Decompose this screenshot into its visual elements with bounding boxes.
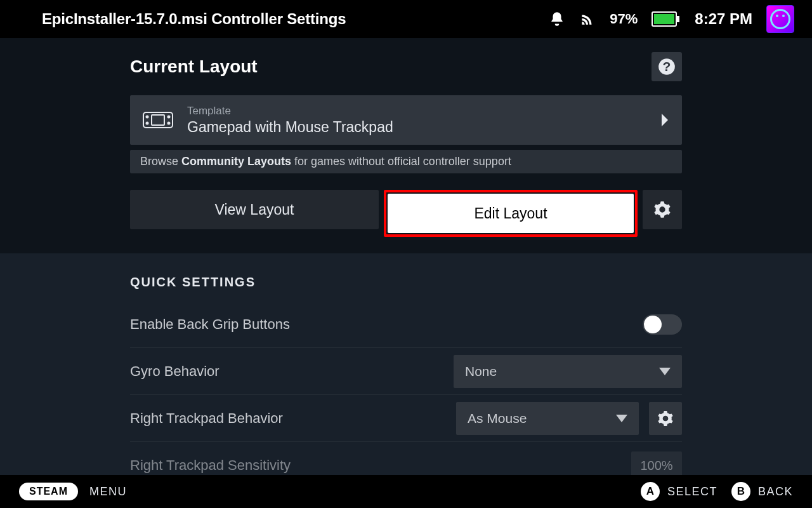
bell-icon[interactable] [549,11,565,27]
help-button[interactable]: ? [652,52,682,81]
edit-layout-highlight: Edit Layout [384,190,638,237]
back-hint: B BACK [731,482,793,501]
bottom-bar: STEAM MENU A SELECT B BACK [0,475,812,508]
right-trackpad-gear-button[interactable] [649,402,682,435]
edit-layout-label: Edit Layout [474,205,547,222]
template-name: Gamepad with Mouse Trackpad [187,119,660,136]
battery-icon [652,11,681,27]
community-layouts-bar[interactable]: Browse Community Layouts for games witho… [130,150,682,173]
back-grip-toggle[interactable] [643,314,682,335]
template-card[interactable]: Template Gamepad with Mouse Trackpad [130,95,682,145]
right-trackpad-row: Right Trackpad Behavior As Mouse [130,395,682,442]
sensitivity-label: Right Trackpad Sensitivity [130,457,291,474]
main-content: Current Layout ? Template Gamepad with M… [0,38,812,475]
layout-gear-button[interactable] [643,190,682,229]
gyro-value: None [465,364,497,379]
current-layout-heading: Current Layout [130,57,258,77]
steamdeck-icon [143,112,173,128]
right-trackpad-value: As Mouse [468,411,527,426]
svg-point-10 [168,123,170,124]
svg-text:?: ? [663,59,671,74]
sensitivity-value[interactable]: 100% [631,451,682,475]
select-label: SELECT [667,485,717,498]
avatar[interactable] [766,5,794,33]
template-label: Template [187,105,660,117]
community-bold: Community Layouts [181,155,291,168]
select-hint: A SELECT [641,482,717,501]
chevron-right-icon [660,114,669,126]
back-grip-label: Enable Back Grip Buttons [130,316,290,333]
view-layout-button[interactable]: View Layout [130,190,379,229]
menu-label: MENU [89,485,127,498]
sensitivity-row: Right Trackpad Sensitivity 100% [130,442,682,475]
chevron-down-icon [616,415,627,422]
toggle-knob [644,316,662,333]
svg-rect-6 [152,115,164,125]
community-prefix: Browse [140,155,181,168]
battery-percent: 97% [610,11,638,27]
page-title: EpicInstaller-15.7.0.msi Controller Sett… [42,10,346,28]
steam-button[interactable]: STEAM [19,483,78,500]
back-label: BACK [758,485,793,498]
gyro-row: Gyro Behavior None [130,348,682,395]
quick-settings-heading: QUICK SETTINGS [130,275,682,290]
svg-point-8 [147,123,148,124]
gyro-dropdown[interactable]: None [454,355,682,388]
chevron-down-icon [659,368,671,375]
svg-rect-1 [654,14,674,24]
wifi-icon[interactable] [579,11,596,27]
svg-point-7 [147,116,148,118]
right-trackpad-label: Right Trackpad Behavior [130,410,283,427]
edit-layout-button[interactable]: Edit Layout [388,194,634,233]
svg-point-9 [168,116,170,118]
a-glyph-icon: A [641,482,660,501]
clock: 8:27 PM [695,10,752,28]
top-status-bar: EpicInstaller-15.7.0.msi Controller Sett… [0,0,812,38]
community-suffix: for games without official controller su… [291,155,511,168]
b-glyph-icon: B [731,482,750,501]
svg-rect-2 [677,16,679,22]
gyro-label: Gyro Behavior [130,363,219,380]
status-tray: 97% 8:27 PM [549,5,794,33]
back-grip-row: Enable Back Grip Buttons [130,301,682,348]
right-trackpad-dropdown[interactable]: As Mouse [456,402,639,435]
view-layout-label: View Layout [215,201,294,218]
